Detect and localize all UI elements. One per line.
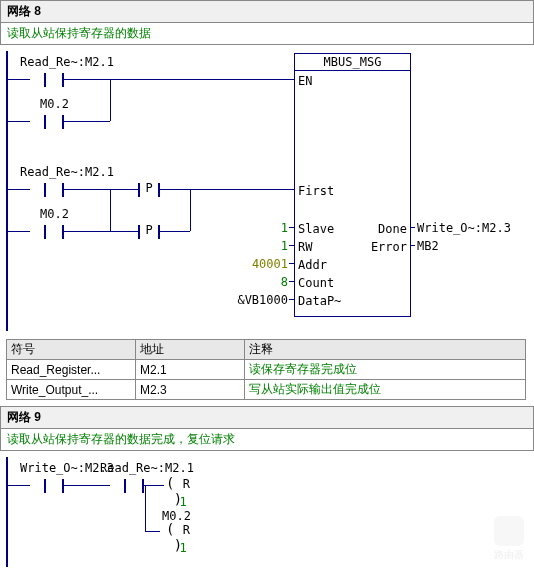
table-row: Write_Output_... M2.3 写从站实际输出值完成位 (7, 380, 526, 400)
router-icon (494, 516, 524, 546)
out-error: MB2 (417, 239, 439, 253)
contact-read-re-1: Read_Re~:M2.1 (30, 69, 80, 89)
out-done: Write_O~:M2.3 (417, 221, 511, 235)
pin-first: First (298, 184, 334, 198)
pin-count: Count (298, 276, 334, 290)
fb-title: MBUS_MSG (295, 54, 410, 71)
contact-read-re-2: Read_Re~:M2.1 (30, 179, 80, 199)
coil-reset-1: ( R ) 1 (158, 475, 198, 495)
contact-m02-1: M0.2 (30, 111, 80, 131)
val-slave: 1 (230, 221, 288, 235)
pin-datap: DataP~ (298, 294, 341, 308)
contact-write-o: Write_O~:M2.3 (30, 475, 80, 495)
pin-done: Done (378, 222, 407, 236)
pin-error: Error (371, 240, 407, 254)
network8-ladder: Read_Re~:M2.1 M0.2 Read_Re~:M2.1 P M0.2 (0, 51, 534, 331)
watermark: 路由器 (494, 516, 524, 562)
network9-ladder: Write_O~:M2.3 Read_Re~:M2.1 ( R ) 1 M0.2… (0, 457, 534, 567)
contact-m02-2: M0.2 (30, 221, 80, 241)
network9-header: 网络 9 (0, 406, 534, 429)
th-comment: 注释 (245, 340, 526, 360)
contact-read-re-3: Read_Re~:M2.1 (110, 475, 160, 495)
val-count: 8 (230, 275, 288, 289)
table-row: Read_Register... M2.1 读保存寄存器完成位 (7, 360, 526, 380)
pin-addr: Addr (298, 258, 327, 272)
val-datap: &VB1000 (220, 293, 288, 307)
pin-slave: Slave (298, 222, 334, 236)
network8-comment: 读取从站保持寄存器的数据 (0, 23, 534, 45)
fb-mbus-msg: MBUS_MSG EN First Slave RW Addr Count Da… (294, 53, 411, 317)
coil-reset-2: M0.2 ( R ) 1 (158, 521, 198, 541)
edge-p-2: P (140, 221, 158, 239)
symbol-table: 符号 地址 注释 Read_Register... M2.1 读保存寄存器完成位… (6, 339, 526, 400)
edge-p-1: P (140, 179, 158, 197)
th-addr: 地址 (136, 340, 245, 360)
pin-rw: RW (298, 240, 312, 254)
val-addr: 40001 (230, 257, 288, 271)
network9-comment: 读取从站保持寄存器的数据完成，复位请求 (0, 429, 534, 451)
th-symbol: 符号 (7, 340, 136, 360)
pin-en: EN (298, 74, 312, 88)
val-rw: 1 (230, 239, 288, 253)
network8-header: 网络 8 (0, 0, 534, 23)
